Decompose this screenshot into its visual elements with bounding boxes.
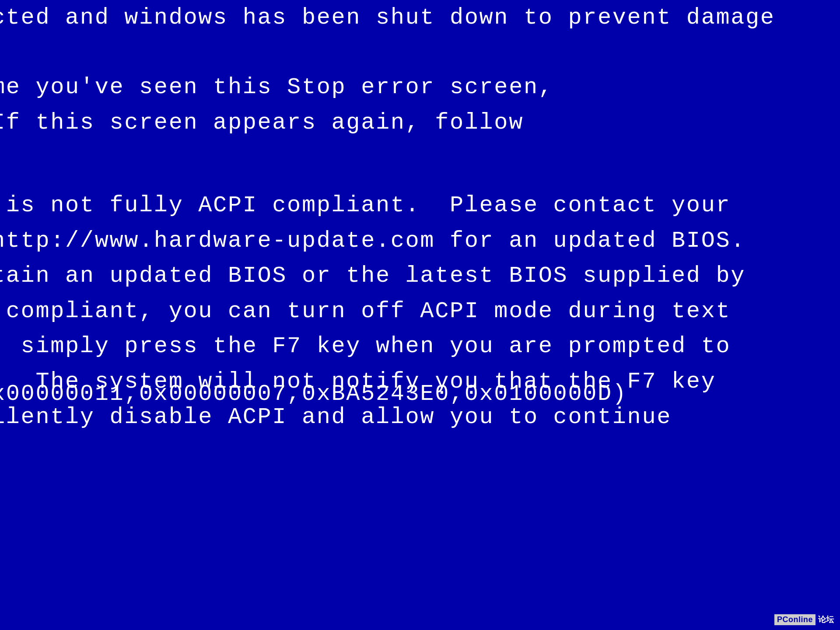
watermark: PConline 论坛: [774, 613, 836, 626]
bsod-line1: cted and windows has been shut down to p…: [0, 4, 775, 32]
bsod-line2: me you've seen this Stop error screen, I…: [0, 70, 553, 140]
bsod-screen: cted and windows has been shut down to p…: [0, 0, 840, 630]
watermark-logo: PConline: [774, 614, 816, 625]
bsod-error-code: x00000011,0x00000007,0xBA5243E0,0x010000…: [0, 381, 627, 408]
watermark-sub: 论坛: [816, 613, 836, 626]
